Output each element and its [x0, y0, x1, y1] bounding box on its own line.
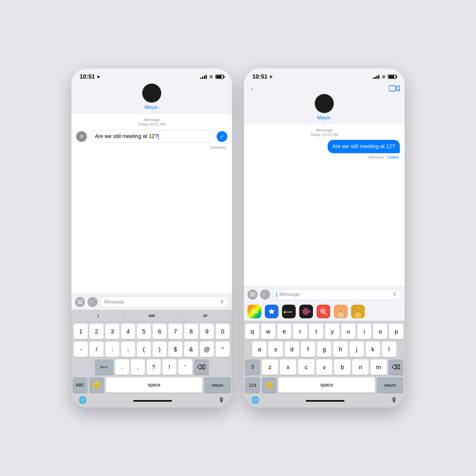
emoji-key-left[interactable]: 🙂 [89, 377, 104, 393]
shift-key-right[interactable]: ⇧ [245, 359, 260, 375]
tray-memoji-2-app[interactable] [351, 305, 365, 318]
edit-confirm-button[interactable]: ✓ [217, 131, 227, 142]
tray-memoji-1-app[interactable] [334, 305, 347, 318]
key-d[interactable]: d [285, 342, 299, 357]
key-colon[interactable]: : [105, 342, 119, 357]
key-s[interactable]: s [268, 342, 283, 357]
apps-button-right[interactable]: A [260, 289, 270, 300]
globe-icon-right[interactable]: 🌐 [251, 396, 259, 404]
keyboard-left[interactable]: i we or 1 2 3 4 5 6 7 8 9 0 - / : [71, 310, 232, 408]
suggestion-or[interactable]: or [179, 311, 232, 320]
return-key-left[interactable]: return [204, 377, 231, 393]
key-z[interactable]: z [262, 359, 278, 375]
message-timestamp-right: iMessage Today 10:51 AM [244, 124, 405, 139]
key-r[interactable]: r [293, 324, 307, 339]
key-7[interactable]: 7 [168, 324, 182, 339]
key-t[interactable]: t [309, 324, 323, 339]
return-key-right[interactable]: return [377, 377, 403, 393]
edit-cancel-button[interactable]: ✕ [76, 131, 87, 142]
avatar-right[interactable] [315, 94, 334, 113]
contact-name-left[interactable]: Maya › [145, 104, 159, 110]
key-0[interactable]: 0 [216, 324, 230, 339]
mic-icon-right[interactable]: 🎙 [392, 292, 397, 297]
key-9[interactable]: 9 [200, 324, 214, 339]
key-period[interactable]: . [115, 359, 129, 375]
key-ampersand[interactable]: & [184, 342, 198, 357]
emoji-key-right[interactable]: 🙂 [262, 377, 277, 393]
key-i[interactable]: i [357, 324, 372, 339]
sent-message[interactable]: Are we still meeting at 12? [249, 139, 400, 154]
delete-key-left[interactable]: ⌫ [194, 359, 209, 375]
key-x[interactable]: x [280, 359, 296, 375]
space-key-right[interactable]: space [278, 377, 375, 393]
tray-soundhound-app[interactable] [299, 305, 313, 318]
key-dollar[interactable]: $ [168, 342, 182, 357]
key-hashplus[interactable]: #+= [95, 359, 113, 375]
dictation-icon-right[interactable]: 🎙 [391, 396, 397, 404]
key-6[interactable]: 6 [153, 324, 167, 339]
keyboard-right[interactable]: q w e r t y u i o p a s d f g h j k [244, 321, 405, 408]
dictation-icon-left[interactable]: 🎙 [218, 396, 225, 404]
key-u[interactable]: u [341, 324, 356, 339]
key-exclaim[interactable]: ! [162, 359, 176, 375]
key-b[interactable]: b [334, 359, 350, 375]
key-c[interactable]: c [298, 359, 314, 375]
key-g[interactable]: g [317, 342, 331, 357]
tray-visual-search-app[interactable] [317, 305, 330, 318]
key-apostrophe[interactable]: ' [178, 359, 192, 375]
key-openparen[interactable]: ( [137, 342, 151, 357]
key-e[interactable]: e [277, 324, 292, 339]
key-k[interactable]: k [366, 342, 380, 357]
message-input-left[interactable]: iMessage 🎙 [100, 297, 228, 307]
back-button-right[interactable]: ‹ [249, 84, 256, 93]
key-n[interactable]: n [352, 359, 369, 375]
tray-photos-app[interactable] [248, 305, 261, 318]
delete-key-right[interactable]: ⌫ [389, 359, 403, 375]
edit-bubble[interactable]: Are we still meeting at 12? [90, 130, 214, 143]
message-input-right[interactable]: iMessage 🎙 [273, 289, 401, 300]
key-w[interactable]: w [261, 324, 275, 339]
svg-point-3 [252, 294, 253, 296]
key-f[interactable]: f [301, 342, 315, 357]
key-question[interactable]: ? [147, 359, 161, 375]
key-3[interactable]: 3 [105, 324, 119, 339]
camera-button-right[interactable] [248, 289, 258, 300]
key-h[interactable]: h [333, 342, 347, 357]
key-closeparen[interactable]: ) [153, 342, 167, 357]
tray-appstore-app[interactable] [265, 305, 278, 318]
camera-button-left[interactable] [75, 297, 85, 307]
key-j[interactable]: j [350, 342, 364, 357]
space-key-left[interactable]: space [106, 377, 202, 393]
key-5[interactable]: 5 [137, 324, 151, 339]
key-q[interactable]: q [245, 324, 259, 339]
mic-icon-left[interactable]: 🎙 [220, 299, 225, 305]
tray-cash-app[interactable]: 💰Cash [282, 305, 296, 318]
key-at[interactable]: @ [200, 342, 214, 357]
key-dash[interactable]: - [74, 342, 88, 357]
avatar-left[interactable] [142, 84, 161, 103]
video-button-right[interactable] [389, 84, 400, 92]
wifi-icon-right: ⊛ [382, 74, 386, 79]
key-8[interactable]: 8 [184, 324, 198, 339]
num-key-right[interactable]: 123 [245, 377, 260, 393]
key-quote[interactable]: " [216, 342, 230, 357]
key-o[interactable]: o [373, 324, 387, 339]
suggestion-i[interactable]: i [71, 311, 125, 320]
key-v[interactable]: v [316, 359, 333, 375]
key-2[interactable]: 2 [90, 324, 104, 339]
suggestion-we[interactable]: we [125, 311, 178, 320]
key-slash[interactable]: / [90, 342, 104, 357]
contact-name-right[interactable]: Maya › [317, 115, 331, 121]
key-semicolon[interactable]: ; [121, 342, 135, 357]
key-y[interactable]: y [325, 324, 339, 339]
apps-button-left[interactable]: A [87, 297, 98, 307]
globe-icon-left[interactable]: 🌐 [79, 396, 87, 404]
key-a[interactable]: a [252, 342, 267, 357]
key-1[interactable]: 1 [74, 324, 88, 339]
key-p[interactable]: p [389, 324, 403, 339]
key-m[interactable]: m [370, 359, 387, 375]
key-4[interactable]: 4 [121, 324, 135, 339]
abc-key[interactable]: ABC [73, 377, 87, 393]
key-l[interactable]: l [382, 342, 396, 357]
key-comma[interactable]: , [131, 359, 145, 375]
